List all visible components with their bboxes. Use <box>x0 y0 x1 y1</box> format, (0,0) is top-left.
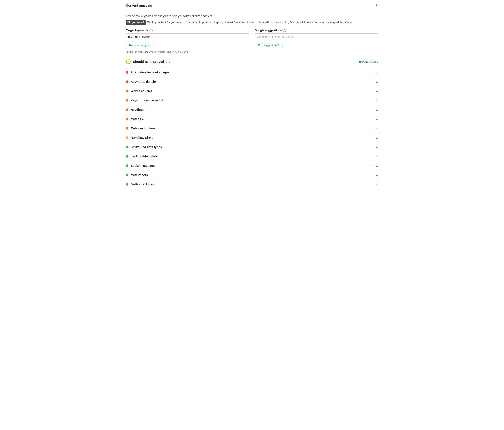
panel-body: Enter a few keywords for analysis to hel… <box>122 10 382 55</box>
item-left: Structured data types <box>126 145 162 149</box>
analysis-item[interactable]: NoFollow Links ∧ <box>122 133 382 142</box>
chevron-up-icon: ∧ <box>376 99 378 102</box>
item-label: Headings <box>131 108 144 111</box>
did-you-know-text: Writing content for your users is the mo… <box>147 20 355 25</box>
analysis-item[interactable]: Headings ∧ <box>122 105 382 114</box>
analysis-item[interactable]: Meta robots ∧ <box>122 171 382 180</box>
item-label: Meta robots <box>131 173 148 177</box>
google-suggestions-help-icon[interactable]: ? <box>283 29 286 32</box>
panel-header: Content analysis ▲ <box>122 0 382 10</box>
status-dot-icon <box>126 99 128 102</box>
content-analysis-panel: Content analysis ▲ Enter a few keywords … <box>122 0 382 189</box>
did-you-know-banner: Did you know? Writing content for your u… <box>126 20 355 25</box>
item-label: Outbound Links <box>131 183 154 186</box>
status-label: Should be improved <box>133 60 164 64</box>
refresh-analysis-button[interactable]: Refresh analysis <box>126 42 153 48</box>
get-suggestions-button[interactable]: Get suggestions! <box>255 42 282 48</box>
analysis-item[interactable]: Outbound Links ∧ <box>122 180 382 189</box>
status-circle-icon <box>126 59 131 64</box>
status-dot-icon <box>126 165 128 167</box>
chevron-up-icon: ∧ <box>376 183 378 186</box>
item-label: Words counter <box>131 89 152 93</box>
status-dot-icon <box>126 108 128 111</box>
status-section: Should be improved ? Expand / Close <box>122 55 382 68</box>
status-dot-icon <box>126 146 128 148</box>
description-text: Enter a few keywords for analysis to hel… <box>126 14 378 18</box>
chevron-up-icon: ∧ <box>376 80 378 83</box>
status-dot-icon <box>126 80 128 83</box>
item-left: Keywords in permalink <box>126 99 164 102</box>
panel-toggle-icon[interactable]: ▲ <box>375 3 378 7</box>
fields-row: Target keywords ? Refresh analysis Googl… <box>126 29 378 48</box>
item-left: Meta description <box>126 127 155 130</box>
chevron-up-icon: ∧ <box>376 145 378 148</box>
panel-title: Content analysis <box>126 3 152 7</box>
status-links: Expand / Close <box>359 60 378 63</box>
close-link[interactable]: Close <box>371 60 378 63</box>
target-keywords-label: Target keywords ? <box>126 29 249 32</box>
analysis-item[interactable]: Meta description ∧ <box>122 124 382 133</box>
analysis-items-list: Alternative texts of images ∧ Keywords d… <box>122 68 382 189</box>
analysis-item[interactable]: Meta title ∧ <box>122 114 382 124</box>
item-label: Structured data types <box>131 145 162 149</box>
google-suggestions-group: Google suggestions ? Get suggestions! <box>255 29 378 48</box>
item-left: Alternative texts of images <box>126 71 169 74</box>
chevron-up-icon: ∧ <box>376 117 378 120</box>
status-dot-icon <box>126 183 128 186</box>
analysis-item[interactable]: Words counter ∧ <box>122 86 382 96</box>
item-label: NoFollow Links <box>131 136 153 139</box>
status-dot-icon <box>126 118 128 120</box>
status-dot-icon <box>126 127 128 130</box>
chevron-up-icon: ∧ <box>376 89 378 92</box>
analysis-item[interactable]: Alternative texts of images ∧ <box>122 68 382 77</box>
item-label: Alternative texts of images <box>131 71 169 74</box>
item-left: Headings <box>126 108 144 111</box>
item-left: NoFollow Links <box>126 136 153 139</box>
item-left: Last modified date <box>126 155 158 158</box>
analysis-item[interactable]: Structured data types ∧ <box>122 142 382 152</box>
status-dot-icon <box>126 174 128 176</box>
item-left: Words counter <box>126 89 152 93</box>
status-dot-icon <box>126 90 128 92</box>
chevron-up-icon: ∧ <box>376 127 378 130</box>
status-left: Should be improved ? <box>126 59 170 64</box>
analysis-item[interactable]: Last modified date ∧ <box>122 152 382 161</box>
google-suggestions-label: Google suggestions ? <box>255 29 378 32</box>
target-keywords-input[interactable] <box>126 33 249 40</box>
status-dot-icon <box>126 71 128 74</box>
item-left: Keywords density <box>126 80 157 83</box>
analysis-item[interactable]: Keywords in permalink ∧ <box>122 96 382 105</box>
item-left: Meta title <box>126 117 144 121</box>
chevron-up-icon: ∧ <box>376 164 378 167</box>
item-label: Keywords in permalink <box>131 99 164 102</box>
item-left: Outbound Links <box>126 183 154 186</box>
item-left: Social meta tags <box>126 164 155 167</box>
status-dot-icon <box>126 136 128 139</box>
did-you-know-badge: Did you know? <box>126 20 146 25</box>
google-suggestions-input[interactable] <box>255 33 378 40</box>
analysis-item[interactable]: Social meta tags ∧ <box>122 161 382 171</box>
item-label: Social meta tags <box>131 164 155 167</box>
status-divider: / <box>369 60 370 63</box>
chevron-up-icon: ∧ <box>376 136 378 139</box>
save-note: To get the most accurate analysis, save … <box>126 50 378 54</box>
status-help-icon[interactable]: ? <box>166 60 170 64</box>
item-label: Meta description <box>131 127 155 130</box>
item-label: Meta title <box>131 117 144 121</box>
item-label: Last modified date <box>131 155 158 158</box>
item-label: Keywords density <box>131 80 157 83</box>
target-keywords-help-icon[interactable]: ? <box>149 29 153 32</box>
status-dot-icon <box>126 155 128 158</box>
chevron-up-icon: ∧ <box>376 71 378 74</box>
expand-link[interactable]: Expand <box>359 60 368 63</box>
chevron-up-icon: ∧ <box>376 155 378 158</box>
target-keywords-group: Target keywords ? Refresh analysis <box>126 29 249 48</box>
analysis-item[interactable]: Keywords density ∧ <box>122 77 382 86</box>
chevron-up-icon: ∧ <box>376 173 378 177</box>
chevron-up-icon: ∧ <box>376 108 378 111</box>
item-left: Meta robots <box>126 173 148 177</box>
